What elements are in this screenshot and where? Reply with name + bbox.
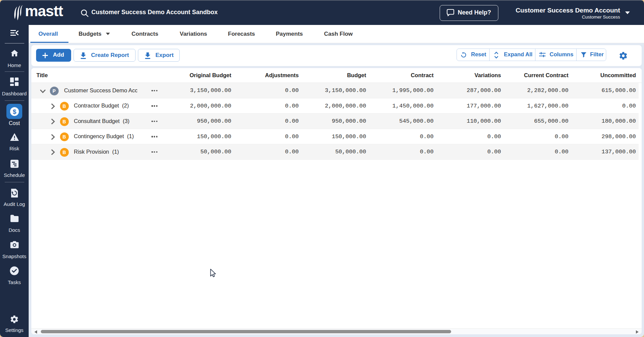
svg-text:$: $ <box>12 108 16 115</box>
